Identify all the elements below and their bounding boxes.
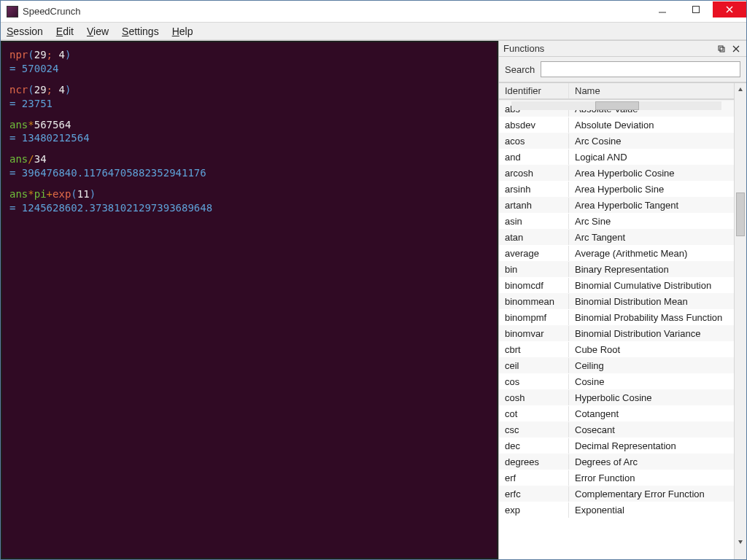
fn-name: Exponential — [569, 502, 734, 518]
table-header[interactable]: Identifier Name — [499, 83, 734, 99]
expression[interactable]: npr(29; 4) — [9, 48, 489, 62]
menubar: SessionEditViewSettingsHelp — [1, 23, 746, 40]
table-row[interactable]: degreesDegrees of Arc — [499, 454, 734, 470]
column-name[interactable]: Name — [569, 83, 734, 98]
table-row[interactable]: arcoshArea Hyperbolic Cosine — [499, 165, 734, 181]
result[interactable]: = 1245628602.37381021297393689648 — [9, 201, 489, 215]
menu-session[interactable]: Session — [7, 26, 43, 37]
maximize-button[interactable] — [679, 1, 713, 18]
console-entry[interactable]: ans*pi+exp(11)= 1245628602.3738102129739… — [9, 187, 489, 215]
result[interactable]: = 13480212564 — [9, 131, 489, 145]
fn-name: Absolute Deviation — [569, 117, 734, 133]
table-row[interactable]: artanhArea Hyperbolic Tangent — [499, 197, 734, 213]
svg-marker-8 — [738, 88, 743, 91]
expression[interactable]: ncr(29; 4) — [9, 83, 489, 97]
result[interactable]: = 570024 — [9, 62, 489, 76]
main-area: npr(29; 4)= 570024ncr(29; 4)= 23751ans*5… — [1, 40, 746, 559]
menu-edit[interactable]: Edit — [56, 26, 74, 37]
column-identifier[interactable]: Identifier — [499, 83, 569, 98]
undock-icon[interactable] — [716, 43, 727, 55]
expression[interactable]: ans/34 — [9, 152, 489, 166]
hscroll-thumb[interactable] — [595, 101, 639, 110]
fn-identifier: ceil — [499, 358, 569, 373]
console-entry[interactable]: ncr(29; 4)= 23751 — [9, 83, 489, 111]
fn-identifier: binommean — [499, 294, 569, 309]
table-row[interactable]: averageAverage (Arithmetic Mean) — [499, 245, 734, 261]
table-row[interactable]: binomvarBinomial Distribution Variance — [499, 325, 734, 341]
table-row[interactable]: asinArc Sine — [499, 213, 734, 229]
fn-identifier: artanh — [499, 198, 569, 213]
vertical-scrollbar[interactable] — [734, 83, 746, 559]
table-row[interactable]: atanArc Tangent — [499, 229, 734, 245]
window-title: SpeedCrunch — [23, 6, 81, 17]
svg-rect-5 — [720, 47, 724, 52]
panel-close-icon[interactable] — [730, 43, 742, 55]
table-row[interactable]: arsinhArea Hyperbolic Sine — [499, 181, 734, 197]
menu-settings[interactable]: Settings — [122, 26, 159, 37]
fn-identifier: arsinh — [499, 182, 569, 197]
app-window: SpeedCrunch SessionEditViewSettingsHelp … — [0, 0, 747, 560]
minimize-button[interactable] — [646, 1, 679, 18]
menu-help[interactable]: Help — [172, 26, 193, 37]
table-row[interactable]: andLogical AND — [499, 149, 734, 165]
fn-name: Cosine — [569, 374, 734, 389]
table-row[interactable]: expExponential — [499, 502, 734, 518]
search-label: Search — [505, 64, 535, 75]
fn-identifier: average — [499, 246, 569, 261]
horizontal-scrollbar[interactable]: ❮ ❯ — [499, 99, 734, 111]
result[interactable]: = 396476840.11764705882352941176 — [9, 166, 489, 180]
table-row[interactable]: decDecimal Representation — [499, 438, 734, 454]
table-row[interactable]: erfError Function — [499, 470, 734, 486]
svg-marker-9 — [738, 540, 743, 544]
fn-name: Arc Sine — [569, 214, 734, 229]
fn-name: Average (Arithmetic Mean) — [569, 246, 734, 261]
fn-identifier: arcosh — [499, 166, 569, 181]
fn-name: Cube Root — [569, 342, 734, 357]
svg-rect-4 — [719, 46, 723, 50]
fn-identifier: exp — [499, 502, 569, 518]
fn-name: Binomial Distribution Variance — [569, 326, 734, 341]
fn-name: Cosecant — [569, 422, 734, 438]
fn-name: Ceiling — [569, 358, 734, 373]
console[interactable]: npr(29; 4)= 570024ncr(29; 4)= 23751ans*5… — [1, 41, 498, 559]
search-input[interactable] — [541, 61, 740, 77]
titlebar: SpeedCrunch — [1, 1, 746, 23]
functions-panel: Functions Search Identifier Name — [498, 41, 746, 559]
menu-view[interactable]: View — [87, 26, 109, 37]
fn-identifier: erfc — [499, 486, 569, 502]
table-row[interactable]: cbrtCube Root — [499, 341, 734, 357]
table-row[interactable]: binomcdfBinomial Cumulative Distribution — [499, 277, 734, 293]
expression[interactable]: ans*567564 — [9, 118, 489, 132]
table-row[interactable]: binBinary Representation — [499, 261, 734, 277]
fn-identifier: cos — [499, 374, 569, 389]
console-entry[interactable]: npr(29; 4)= 570024 — [9, 48, 489, 76]
fn-name: Complementary Error Function — [569, 486, 734, 502]
result[interactable]: = 23751 — [9, 97, 489, 111]
table-row[interactable]: acosArc Cosine — [499, 133, 734, 149]
fn-name: Degrees of Arc — [569, 454, 734, 470]
fn-identifier: degrees — [499, 454, 569, 470]
fn-identifier: binomcdf — [499, 278, 569, 293]
table-row[interactable]: binommeanBinomial Distribution Mean — [499, 293, 734, 309]
close-button[interactable] — [713, 1, 746, 18]
fn-identifier: cbrt — [499, 342, 569, 357]
scroll-down-icon[interactable] — [735, 535, 746, 548]
table-row[interactable]: cscCosecant — [499, 421, 734, 438]
console-entry[interactable]: ans*567564= 13480212564 — [9, 118, 489, 146]
table-row[interactable]: coshHyperbolic Cosine — [499, 389, 734, 405]
table-row[interactable]: cotCotangent — [499, 405, 734, 421]
table-row[interactable]: binompmfBinomial Probability Mass Functi… — [499, 309, 734, 325]
fn-name: Binary Representation — [569, 262, 734, 277]
table-row[interactable]: erfcComplementary Error Function — [499, 486, 734, 502]
fn-name: Binomial Probability Mass Function — [569, 310, 734, 325]
fn-name: Binomial Cumulative Distribution — [569, 278, 734, 293]
table-row[interactable]: cosCosine — [499, 373, 734, 389]
table-row[interactable]: absdevAbsolute Deviation — [499, 117, 734, 133]
table-row[interactable]: ceilCeiling — [499, 357, 734, 373]
fn-name: Area Hyperbolic Tangent — [569, 198, 734, 213]
scroll-up-icon[interactable] — [735, 83, 746, 96]
console-entry[interactable]: ans/34= 396476840.11764705882352941176 — [9, 152, 489, 180]
expression[interactable]: ans*pi+exp(11) — [9, 187, 489, 201]
fn-identifier: and — [499, 149, 569, 165]
vscroll-thumb[interactable] — [736, 192, 745, 236]
